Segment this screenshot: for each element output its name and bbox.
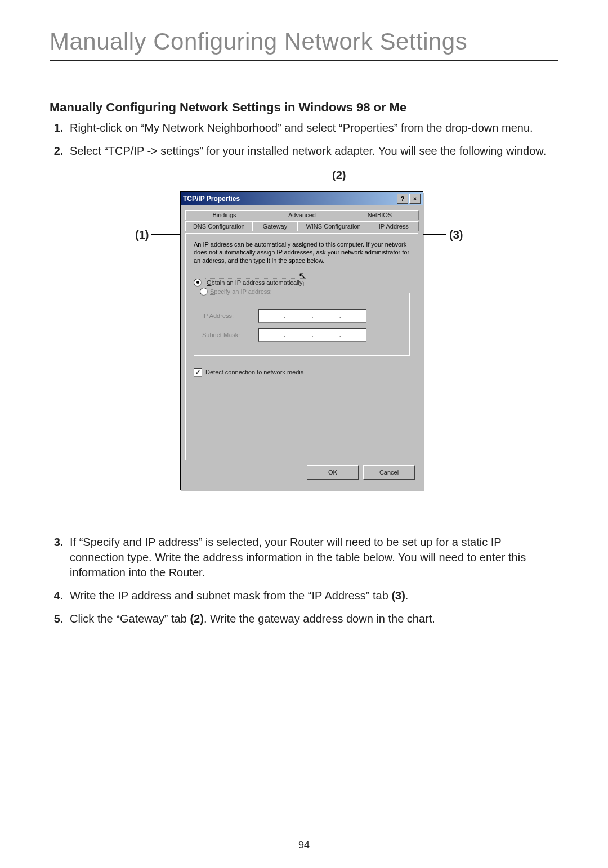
detect-connection-checkbox[interactable]: ✓ Detect connection to network media xyxy=(194,368,410,377)
callout-3: (3) xyxy=(449,229,463,241)
tab-content-ip-address: An IP address can be automatically assig… xyxy=(185,233,418,460)
tab-ip-address[interactable]: IP Address xyxy=(369,221,419,231)
page-title: Manually Configuring Network Settings xyxy=(50,28,558,55)
callout-1-line xyxy=(151,234,185,235)
subnet-mask-label: Subnet Mask: xyxy=(202,332,258,338)
section-heading: Manually Configuring Network Settings in… xyxy=(50,100,558,115)
cursor-icon: ↖ xyxy=(298,270,307,282)
tabstrip: Bindings Advanced NetBIOS DNS Configurat… xyxy=(185,210,418,234)
step-5: Click the “Gateway” tab (2). Write the g… xyxy=(66,611,558,627)
titlebar: TCP/IP Properties ? × xyxy=(181,192,423,205)
radio-obtain-auto-label: Obtain an IP address automatically xyxy=(205,278,304,287)
specify-ip-group: Specify an IP address: IP Address: ... S… xyxy=(194,293,410,356)
step-3: If “Specify and IP address” is selected,… xyxy=(66,535,558,580)
steps-list-top: Right-click on “My Network Neighborhood”… xyxy=(50,120,558,159)
detect-connection-label: Detect connection to network media xyxy=(205,369,304,375)
checkbox-checked-icon: ✓ xyxy=(194,368,202,377)
help-button[interactable]: ? xyxy=(397,194,408,204)
tab-gateway[interactable]: Gateway xyxy=(252,221,298,231)
subnet-mask-row: Subnet Mask: ... xyxy=(202,328,401,342)
info-text: An IP address can be automatically assig… xyxy=(194,240,410,265)
ip-address-label: IP Address: xyxy=(202,312,258,319)
subnet-mask-input[interactable]: ... xyxy=(258,328,366,342)
ip-address-input[interactable]: ... xyxy=(258,309,366,323)
dialog-title: TCP/IP Properties xyxy=(183,195,396,203)
ip-address-row: IP Address: ... xyxy=(202,309,401,323)
radio-specify-ip[interactable]: Specify an IP address: xyxy=(198,288,274,296)
dialog-button-row: OK Cancel xyxy=(185,460,418,485)
callout-2: (2) xyxy=(332,169,346,182)
page-number: 94 xyxy=(0,839,608,851)
cancel-button[interactable]: Cancel xyxy=(363,465,415,480)
steps-list-bottom: If “Specify and IP address” is selected,… xyxy=(50,535,558,627)
step-2: Select “TCP/IP -> settings” for your ins… xyxy=(66,144,558,159)
tab-dns-configuration[interactable]: DNS Configuration xyxy=(185,221,253,231)
dialog-body: Bindings Advanced NetBIOS DNS Configurat… xyxy=(181,205,423,490)
title-rule xyxy=(50,60,558,61)
radio-dot-selected-icon xyxy=(194,279,202,287)
tab-wins-configuration[interactable]: WINS Configuration xyxy=(297,221,369,231)
tab-row-back: Bindings Advanced NetBIOS xyxy=(185,210,418,220)
tcpip-properties-dialog: TCP/IP Properties ? × Bindings Advanced … xyxy=(180,191,423,490)
callout-1: (1) xyxy=(135,229,149,241)
close-button[interactable]: × xyxy=(409,194,421,204)
step-4: Write the IP address and subnet mask fro… xyxy=(66,588,558,603)
dialog-figure: (2) (1) (3) TCP/IP Properties ? × Bindin… xyxy=(135,169,473,518)
tab-advanced[interactable]: Advanced xyxy=(263,210,341,220)
tab-netbios[interactable]: NetBIOS xyxy=(341,210,419,220)
radio-specify-ip-label: Specify an IP address: xyxy=(210,288,272,295)
ok-button[interactable]: OK xyxy=(307,465,359,480)
tab-row-front: DNS Configuration Gateway WINS Configura… xyxy=(185,221,418,231)
tab-bindings[interactable]: Bindings xyxy=(185,210,263,220)
radio-dot-empty-icon xyxy=(200,288,208,296)
step-1: Right-click on “My Network Neighborhood”… xyxy=(66,120,558,136)
